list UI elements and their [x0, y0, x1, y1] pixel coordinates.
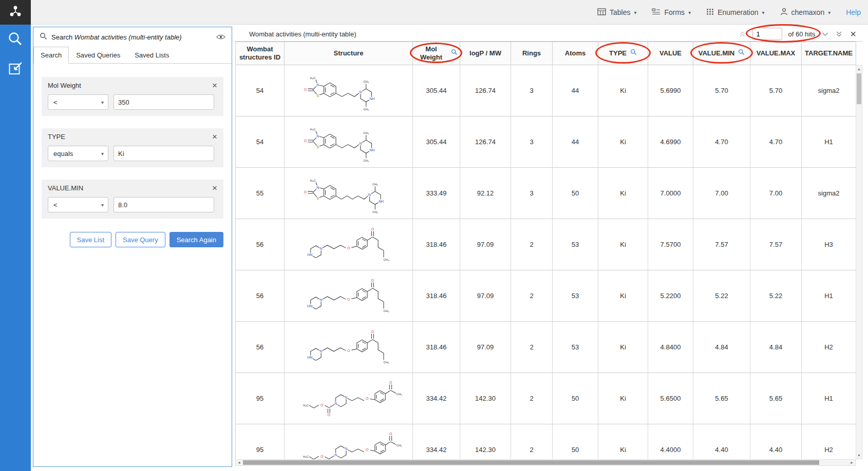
cell-value-min: 5.70 — [693, 65, 750, 116]
tab-search[interactable]: Search — [33, 47, 69, 64]
table-row[interactable]: 54H₃CNOSNNHCH₃CH₃305.44126.74344Ki5.6990… — [236, 65, 856, 116]
column-header-rings[interactable]: Rings — [511, 42, 553, 65]
search-icon — [40, 32, 47, 42]
svg-text:N: N — [345, 447, 348, 450]
filter-operator-value: equals — [53, 150, 73, 158]
scroll-down-arrow[interactable]: ▼ — [856, 452, 862, 459]
cell-value-min: 4.84 — [693, 322, 750, 373]
cell-value-max: 7.00 — [750, 168, 802, 219]
cell-value-min: 7.57 — [693, 219, 750, 270]
table-row[interactable]: 95H₃COONNOOCH₃334.42142.30250Ki5.65005.6… — [236, 373, 856, 424]
svg-text:O: O — [371, 227, 374, 230]
column-filter-icon[interactable] — [738, 49, 745, 57]
cell-logp-mw: 142.30 — [460, 424, 511, 459]
column-header-structure[interactable]: Structure — [285, 42, 413, 65]
table-row[interactable]: 56NHNOOCH₃318.4697.09253Ki4.84004.844.84… — [236, 322, 856, 373]
column-header-target-name[interactable]: TARGET.NAME — [802, 42, 856, 65]
column-header-value[interactable]: VALUE — [648, 42, 693, 65]
filter-operator-select[interactable]: equals ▾ — [48, 146, 108, 161]
column-header-logp-mw[interactable]: logP / MW — [460, 42, 511, 65]
close-icon[interactable]: × — [212, 81, 217, 90]
cell-value-min: 4.40 — [693, 424, 750, 459]
horizontal-scroll-thumb[interactable] — [243, 460, 819, 465]
vertical-scrollbar[interactable]: ▲ ▼ — [856, 65, 862, 459]
column-filter-icon[interactable] — [451, 49, 458, 57]
close-icon[interactable]: × — [212, 132, 217, 141]
cell-value-max: 5.70 — [750, 65, 802, 116]
close-icon[interactable]: × — [212, 184, 217, 192]
filter-operator-select[interactable]: < ▾ — [48, 197, 108, 212]
top-menu: Tables ▾ Forms ▾ Enumeration ▾ chemaxon … — [597, 0, 861, 25]
cell-mol-weight: 334.42 — [413, 424, 460, 459]
filter-value-input[interactable] — [114, 197, 214, 212]
cell-structure: H₃CNOSNNHCH₃CH₃ — [285, 65, 413, 116]
cell-rings: 2 — [511, 424, 553, 459]
menu-tables-label: Tables — [610, 8, 630, 16]
column-header-value-min[interactable]: VALUE.MIN — [693, 42, 750, 65]
cell-value: 7.5700 — [648, 219, 693, 270]
save-list-button[interactable]: Save List — [70, 232, 111, 247]
cell-value-max: 5.65 — [750, 373, 802, 424]
tab-saved-queries[interactable]: Saved Queries — [69, 47, 127, 64]
vertical-scroll-thumb[interactable] — [857, 73, 861, 104]
column-header-atoms[interactable]: Atoms — [553, 42, 598, 65]
search-again-button[interactable]: Search Again — [169, 232, 223, 247]
molecule-structure-image: H₃COONNOOCH₃ — [291, 375, 406, 423]
filter-operator-select[interactable]: < ▾ — [48, 94, 108, 110]
cell-mol-weight: 318.46 — [413, 270, 460, 322]
cell-logp-mw: 126.74 — [460, 65, 511, 116]
column-filter-icon[interactable] — [630, 49, 637, 57]
close-grid-icon[interactable]: × — [850, 29, 856, 39]
page-number-input[interactable] — [752, 28, 782, 40]
cell-value: 5.6500 — [648, 373, 693, 424]
svg-text:O: O — [320, 403, 323, 406]
cell-rings: 2 — [511, 322, 553, 373]
scroll-left-arrow[interactable]: ◄ — [236, 460, 242, 465]
double-chevron-down-icon[interactable] — [835, 31, 843, 37]
double-chevron-up-icon[interactable] — [739, 31, 746, 37]
cell-target-name: H2 — [802, 322, 856, 373]
menu-forms[interactable]: Forms ▾ — [652, 8, 691, 16]
help-link[interactable]: Help — [846, 8, 861, 16]
svg-text:O: O — [304, 88, 307, 91]
menu-enumeration-label: Enumeration — [718, 8, 758, 16]
sidebar-search-button[interactable] — [0, 25, 31, 54]
save-query-button[interactable]: Save Query — [116, 232, 165, 247]
svg-text:O: O — [389, 380, 392, 384]
svg-text:N: N — [316, 185, 319, 189]
sidebar-form-editor-button[interactable] — [0, 54, 31, 84]
column-header-type[interactable]: TYPE — [598, 42, 648, 65]
filter-value-input[interactable] — [114, 146, 214, 161]
user-menu[interactable]: chemaxon ▾ — [780, 8, 831, 17]
eye-icon[interactable] — [216, 34, 225, 40]
table-row[interactable]: 95H₃COONNOOCH₃334.42142.30250Ki4.40004.4… — [236, 424, 856, 459]
column-header-value-max[interactable]: VALUE.MAX — [750, 42, 802, 65]
cell-target-name: H1 — [802, 116, 856, 168]
column-header-mol-weight[interactable]: Mol Weight — [413, 42, 460, 65]
table-row[interactable]: 54H₃CNOSNNHCH₃CH₃305.44126.74344Ki4.6990… — [236, 116, 856, 168]
chevron-down-icon: ▾ — [101, 100, 104, 105]
table-row[interactable]: 56NHNOOCH₃318.4697.09253Ki7.57007.577.57… — [236, 219, 856, 270]
search-panel-title: Search Wombat activities (multi-entity t… — [51, 33, 182, 41]
user-menu-label: chemaxon — [791, 8, 825, 16]
column-header-structures-id[interactable]: Wombat structures ID — [236, 42, 285, 65]
filter-value-input[interactable] — [114, 94, 214, 110]
app-logo[interactable] — [0, 0, 31, 25]
svg-text:NH: NH — [370, 148, 375, 152]
svg-text:N: N — [320, 349, 323, 353]
menu-tables[interactable]: Tables ▾ — [597, 8, 637, 17]
scroll-right-arrow[interactable]: ► — [848, 460, 855, 465]
molecule-structure-image: H₃CNOSNNHCH₃CH₃ — [291, 67, 406, 115]
table-row[interactable]: 55H₃CNOSNNHCH₃CH₃333.4992.12350Ki7.00007… — [236, 168, 856, 219]
table-row[interactable]: 56NHNOOCH₃318.4697.09253Ki5.22005.225.22… — [236, 270, 856, 322]
tab-saved-lists[interactable]: Saved Lists — [127, 47, 176, 64]
cell-value-min: 4.70 — [693, 116, 750, 168]
cell-atoms: 50 — [553, 373, 598, 424]
scroll-up-arrow[interactable]: ▲ — [856, 66, 862, 72]
search-panel-header: Search Wombat activities (multi-entity t… — [33, 27, 232, 47]
svg-text:HN: HN — [307, 253, 312, 257]
menu-enumeration[interactable]: Enumeration ▾ — [706, 8, 764, 17]
horizontal-scrollbar[interactable]: ◄ ► — [235, 459, 856, 466]
chevron-down-icon[interactable] — [821, 32, 829, 36]
cell-value-min: 5.22 — [693, 270, 750, 322]
